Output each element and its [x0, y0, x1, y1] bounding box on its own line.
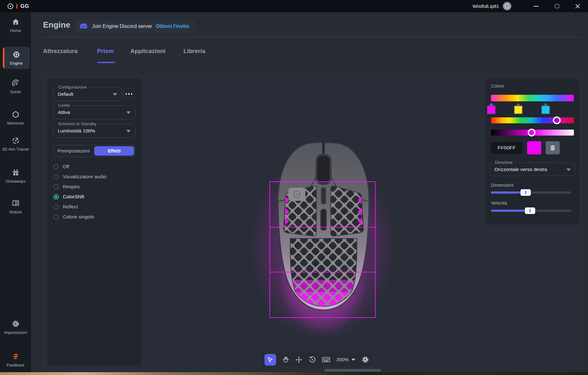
effect-option-colorshift[interactable]: ColorShift [53, 193, 84, 201]
slider-fill [491, 210, 529, 212]
chevron-down-icon [566, 169, 571, 171]
livello-dropdown[interactable]: Livello Attiva [53, 105, 135, 119]
chevron-down-icon [113, 93, 117, 96]
news-book-icon [12, 199, 20, 207]
move-tool-button[interactable] [295, 356, 302, 363]
username[interactable]: WistfulLip81 [473, 3, 499, 9]
stop-swatch [541, 105, 550, 114]
brightness-slider-handle[interactable] [528, 129, 536, 137]
dimensioni-slider-handle[interactable] [520, 189, 531, 196]
desktop-wallpaper-strip [0, 372, 588, 375]
active-indicator [3, 47, 4, 69]
discord-icon [79, 23, 88, 30]
effect-option-reflect[interactable]: Reflect [53, 203, 78, 211]
effect-option-colore-singolo[interactable]: Colore singolo [53, 213, 94, 221]
hue-slider[interactable] [491, 117, 574, 123]
config-more-button[interactable] [123, 88, 135, 100]
zoom-control[interactable]: 200% [336, 357, 356, 362]
velocita-slider[interactable] [491, 210, 571, 212]
brand-name: GG [20, 3, 29, 9]
hue-slider-handle[interactable] [553, 116, 561, 124]
direzione-dropdown[interactable]: Direzione Orizzontale verso destra [489, 163, 575, 176]
velocita-label: Velocità [491, 201, 507, 206]
stop-swatch [514, 105, 523, 114]
select-tool-button[interactable] [264, 354, 276, 366]
effetti-tab[interactable]: Effetti [94, 146, 134, 156]
settings-gear-icon [12, 320, 20, 328]
effect-option-off[interactable]: Off [53, 163, 69, 170]
feedback-icon [12, 352, 20, 361]
color-stop-magenta[interactable] [487, 103, 496, 114]
sidebar-item-engine[interactable]: Engine [3, 47, 30, 69]
lighting-zone-3[interactable] [270, 272, 376, 318]
sonar-icon [12, 79, 20, 87]
sidebar-item-3d-aim-trainer[interactable]: 3D Aim Trainer [0, 137, 31, 152]
radio-icon [53, 164, 59, 169]
pan-tool-button[interactable] [282, 356, 289, 363]
sidebar-item-notizie[interactable]: Notizie [0, 199, 31, 215]
prism-canvas[interactable]: Configurazione Default Livello Attiva Sc… [41, 73, 584, 372]
minimize-button[interactable] [526, 0, 547, 12]
trash-icon [550, 145, 555, 151]
tab-libreria[interactable]: Libreria [183, 48, 205, 55]
tab-prism[interactable]: Prism [97, 48, 114, 55]
gift-icon [12, 169, 20, 177]
brand-separator [16, 4, 17, 9]
zoom-level: 200% [336, 357, 349, 362]
home-icon [12, 18, 20, 26]
lighting-zone-1[interactable] [270, 181, 376, 228]
dimensioni-slider[interactable] [491, 191, 571, 194]
page-title: Engine [43, 20, 70, 30]
canvas-toolbar: 200% [261, 353, 372, 367]
cursor-icon [267, 357, 273, 363]
dimensioni-label: Dimensioni [491, 183, 514, 188]
tab-attrezzatura[interactable]: Attrezzatura [43, 48, 78, 55]
maximize-button[interactable] [547, 0, 567, 12]
active-tab-underline [97, 62, 115, 63]
sidebar-item-giveaways[interactable]: Giveaways [0, 169, 31, 184]
preimpostazioni-tab[interactable]: Preimpostazioni [53, 145, 94, 157]
sidebar-item-feedback[interactable]: Feedback [0, 352, 31, 368]
mode-toggle: Preimpostazioni Effetti [53, 145, 135, 157]
move-arrows-icon [295, 356, 302, 363]
replay-icon [309, 356, 316, 363]
header-separator [43, 37, 581, 37]
sidebar-item-impostazioni[interactable]: Impostazioni [0, 320, 31, 335]
standby-screen-dropdown[interactable]: Schermo In Standby Luminosità 100% [53, 124, 135, 138]
sidebar-item-home[interactable]: Home [0, 18, 31, 33]
moments-hexagon-icon [12, 110, 20, 119]
delete-stop-button[interactable] [546, 141, 560, 154]
stop-swatch [487, 105, 496, 114]
color-panel: Colore FF00FF [485, 79, 580, 225]
gradient-preview-bar[interactable] [491, 95, 574, 101]
horizontal-scrollbar[interactable] [324, 369, 381, 372]
velocita-slider-handle[interactable] [525, 207, 535, 214]
avatar[interactable] [503, 2, 511, 10]
keyboard-tool-button[interactable] [322, 356, 330, 363]
tab-applicazioni[interactable]: Applicazioni [130, 48, 166, 55]
replay-tool-button[interactable] [309, 356, 316, 363]
hex-color-input[interactable]: FF00FF [491, 142, 522, 154]
steelseries-logo-icon [8, 3, 13, 9]
radio-icon [53, 204, 59, 210]
lighting-zone-2[interactable] [270, 227, 376, 272]
radio-icon [53, 214, 59, 220]
effect-option-visualizzatore-audio[interactable]: Visualizzatore audio [53, 173, 106, 180]
brand: GG [8, 3, 29, 9]
color-stop-yellow[interactable] [514, 103, 523, 114]
sidebar-item-sonar[interactable]: Sonar [0, 79, 31, 94]
effect-option-respiro[interactable]: Respiro [53, 183, 79, 190]
radio-icon [53, 184, 59, 190]
sidebar-item-moments[interactable]: Moments [0, 110, 31, 126]
hand-icon [282, 356, 289, 363]
canvas-settings-button[interactable] [362, 356, 369, 363]
sidebar: Home Engine Sonar Moments [0, 12, 31, 372]
configurazione-dropdown[interactable]: Configurazione Default [53, 87, 122, 101]
chevron-down-icon [126, 111, 131, 114]
discord-banner[interactable]: Join Engine Discord server Ottieni l'inv… [74, 19, 196, 33]
color-stop-cyan[interactable] [541, 103, 550, 114]
discord-invite-link[interactable]: Ottieni l'invito [156, 24, 189, 29]
close-button[interactable] [567, 0, 588, 12]
color-panel-title: Colore [491, 83, 504, 88]
discord-text: Join Engine Discord server [92, 24, 152, 29]
